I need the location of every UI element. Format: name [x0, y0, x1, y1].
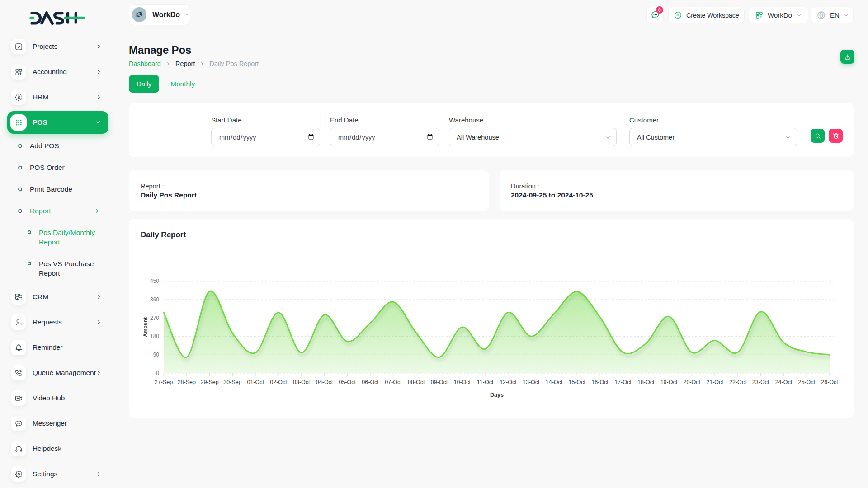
x-tick-label: 15-Oct: [569, 379, 586, 385]
duration-value: 2024-09-25 to 2024-10-25: [511, 191, 593, 199]
workdo-menu-label: WorkDo: [768, 11, 792, 19]
plus-circle-icon: [674, 11, 682, 19]
x-tick-label: 12-Oct: [500, 379, 517, 385]
breadcrumb-item[interactable]: Dashboard: [129, 60, 161, 67]
download-button[interactable]: [840, 50, 854, 64]
download-icon: [844, 53, 851, 61]
x-tick-label: 01-Oct: [247, 379, 264, 385]
x-tick-label: 27-Sep: [155, 379, 173, 385]
sidebar-item-label: Projects: [33, 42, 57, 51]
x-axis-title: Days: [490, 392, 504, 398]
x-tick-label: 22-Oct: [729, 379, 746, 385]
user-scan-icon: [11, 89, 26, 105]
sidebar-subitem-label: Report: [30, 207, 51, 215]
x-tick-label: 28-Sep: [178, 379, 196, 385]
sidebar-subitem-pos-order[interactable]: POS Order: [0, 157, 115, 178]
video-icon: [11, 390, 26, 406]
workspace-switcher[interactable]: WorkDo: [129, 4, 190, 25]
sidebar-item-reminder[interactable]: Reminder: [0, 335, 115, 360]
sidebar-item-label: Queue Management: [33, 369, 96, 377]
duration-summary-card: Duration : 2024-09-25 to 2024-10-25: [500, 170, 854, 211]
chevron-down-icon: [843, 13, 849, 18]
category-icon: [11, 64, 26, 80]
sidebar: ProjectsAccountingHRMPOSAdd POSPOS Order…: [0, 0, 115, 488]
customer-select[interactable]: All Customer: [629, 128, 797, 146]
x-tick-label: 05-Oct: [339, 379, 356, 385]
breadcrumb-item[interactable]: Report: [175, 60, 195, 67]
y-tick-label: 0: [156, 370, 159, 376]
x-tick-label: 24-Oct: [775, 379, 793, 385]
sidebar-subitem-pos-daily-monthly-report[interactable]: Pos Daily/Monthly Report: [0, 228, 115, 251]
bullet-icon: [27, 230, 32, 235]
daily-report-area-chart[interactable]: 09018027036045027-Sep28-Sep29-Sep30-Sep0…: [129, 253, 854, 418]
y-axis-title: Amount: [142, 317, 148, 337]
sidebar-item-projects[interactable]: Projects: [0, 34, 115, 59]
dash-logo[interactable]: [29, 11, 88, 25]
sidebar-item-queue-management[interactable]: Queue Management: [0, 360, 115, 385]
sidebar-subitem-add-pos[interactable]: Add POS: [0, 135, 115, 157]
filter-card: Start Date End Date Warehouse All Wareho…: [129, 103, 854, 157]
end-date-label: End Date: [330, 116, 359, 124]
y-tick-label: 180: [150, 333, 159, 339]
y-tick-label: 90: [153, 352, 160, 358]
sidebar-item-settings[interactable]: Settings: [0, 461, 115, 487]
sidebar-subitem-label: Add POS: [30, 142, 59, 150]
chevron-down-icon: [184, 12, 190, 18]
end-date-input[interactable]: [330, 128, 439, 146]
breadcrumb: DashboardReportDaily Pos Report: [129, 60, 259, 67]
grid-plus-icon: [755, 11, 764, 19]
sidebar-item-hrm[interactable]: HRM: [0, 84, 115, 110]
start-date-input[interactable]: [211, 128, 320, 146]
sidebar-subitem-label: Pos Daily/Monthly Report: [39, 228, 107, 247]
workspace-avatar: [132, 7, 146, 22]
sidebar-item-helpdesk[interactable]: Helpdesk: [0, 436, 115, 461]
x-tick-label: 07-Oct: [385, 379, 402, 385]
sidebar-item-label: Accounting: [33, 68, 67, 76]
sidebar-subitem-print-barcode[interactable]: Print Barcode: [0, 178, 115, 200]
sidebar-item-label: POS: [33, 118, 47, 127]
language-button[interactable]: EN: [811, 7, 854, 23]
x-tick-label: 03-Oct: [293, 379, 310, 385]
user-plus-icon: [11, 314, 26, 330]
sidebar-item-label: Requests: [33, 318, 62, 326]
x-tick-label: 08-Oct: [408, 379, 425, 385]
language-label: EN: [830, 11, 840, 19]
x-tick-label: 29-Sep: [200, 379, 218, 385]
search-icon: [814, 132, 821, 140]
y-tick-label: 450: [150, 278, 159, 284]
sidebar-subitem-report[interactable]: Report: [0, 200, 115, 222]
sidebar-item-pos[interactable]: POS: [7, 111, 108, 134]
tab-daily[interactable]: Daily: [129, 75, 159, 93]
search-button[interactable]: [811, 129, 825, 143]
x-tick-label: 26-Oct: [821, 379, 838, 385]
report-summary-card: Report : Daily Pos Report: [129, 170, 489, 211]
start-date-label: Start Date: [211, 116, 242, 124]
workdo-menu-button[interactable]: WorkDo: [749, 7, 808, 23]
sidebar-subitem-label: Pos VS Purchase Report: [39, 259, 107, 278]
messages-button[interactable]: 0: [646, 7, 664, 23]
create-workspace-button[interactable]: Create Workspace: [668, 7, 745, 23]
tab-monthly[interactable]: Monthly: [170, 75, 195, 93]
warehouse-select[interactable]: All Warehouse: [449, 128, 617, 146]
reset-filter-button[interactable]: [829, 129, 843, 143]
sidebar-item-messenger[interactable]: Messenger: [0, 411, 115, 436]
x-tick-label: 18-Oct: [637, 379, 655, 385]
sidebar-item-video-hub[interactable]: Video Hub: [0, 385, 115, 411]
x-tick-label: 14-Oct: [546, 379, 563, 385]
bullet-icon: [18, 144, 23, 149]
sidebar-item-crm[interactable]: CRM: [0, 284, 115, 310]
check-square-icon: [11, 39, 26, 54]
duration-label: Duration :: [511, 183, 539, 190]
x-tick-label: 09-Oct: [431, 379, 448, 385]
chart-title: Daily Report: [141, 230, 186, 239]
bullet-icon: [18, 209, 23, 214]
phone-call-icon: [11, 365, 26, 380]
y-tick-label: 360: [150, 296, 159, 303]
x-tick-label: 04-Oct: [316, 379, 333, 385]
sidebar-subitem-pos-vs-purchase-report[interactable]: Pos VS Purchase Report: [0, 259, 115, 282]
customer-label: Customer: [629, 116, 659, 124]
sidebar-item-accounting[interactable]: Accounting: [0, 59, 115, 84]
bullet-icon: [27, 261, 32, 266]
report-label: Report :: [141, 183, 164, 190]
sidebar-item-requests[interactable]: Requests: [0, 310, 115, 335]
